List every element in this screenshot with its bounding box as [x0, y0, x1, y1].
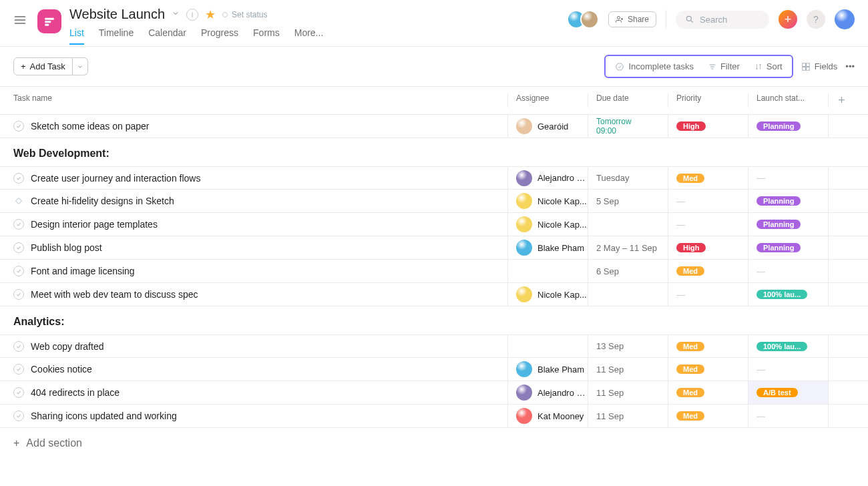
- col-launch-status[interactable]: Launch stat...: [748, 93, 828, 107]
- task-name[interactable]: Web copy drafted: [31, 341, 103, 352]
- set-status-button[interactable]: Set status: [222, 10, 267, 19]
- tab-timeline[interactable]: Timeline: [99, 27, 134, 45]
- assignee-cell[interactable]: Blake Pham: [507, 358, 588, 381]
- status-cell[interactable]: 100% lau...: [748, 283, 828, 306]
- task-row[interactable]: Sketch some ideas on paper Gearóid Tomor…: [0, 115, 868, 138]
- status-cell[interactable]: —: [748, 260, 828, 282]
- task-row[interactable]: Publish blog post Blake Pham 2 May – 11 …: [0, 236, 868, 260]
- task-complete-toggle[interactable]: [13, 364, 24, 375]
- project-icon[interactable]: [37, 9, 61, 33]
- priority-cell[interactable]: —: [668, 283, 748, 306]
- section-header[interactable]: Web Development:: [0, 138, 868, 166]
- task-name[interactable]: Sharing icons updated and working: [31, 411, 177, 421]
- tab-progress[interactable]: Progress: [201, 27, 238, 45]
- incomplete-filter[interactable]: Incomplete tasks: [615, 61, 694, 71]
- search-input[interactable]: Search: [676, 11, 769, 29]
- task-name[interactable]: Font and image licensing: [31, 266, 135, 276]
- assignee-cell[interactable]: Gearóid: [507, 115, 588, 138]
- add-task-button[interactable]: + Add Task: [13, 57, 73, 75]
- star-icon[interactable]: ★: [205, 7, 216, 22]
- status-cell[interactable]: —: [748, 405, 828, 427]
- assignee-cell[interactable]: [507, 335, 588, 357]
- task-name[interactable]: Meet with web dev team to discuss spec: [31, 289, 198, 300]
- due-date-cell[interactable]: 6 Sep: [588, 260, 668, 282]
- task-name[interactable]: Cookies notice: [31, 364, 92, 375]
- priority-cell[interactable]: Med: [668, 381, 748, 404]
- due-date-cell[interactable]: 11 Sep: [588, 358, 668, 381]
- due-date-cell[interactable]: 13 Sep: [588, 335, 668, 357]
- due-date-cell[interactable]: [588, 213, 668, 236]
- col-due-date[interactable]: Due date: [588, 93, 668, 107]
- task-complete-toggle[interactable]: [13, 387, 24, 398]
- task-complete-toggle[interactable]: [13, 242, 24, 253]
- status-cell[interactable]: —: [748, 358, 828, 381]
- status-cell[interactable]: Planning: [748, 236, 828, 259]
- fields-button[interactable]: Fields: [801, 61, 838, 71]
- assignee-cell[interactable]: Alejandro L...: [507, 381, 588, 404]
- sort-button[interactable]: Sort: [754, 61, 783, 71]
- status-cell[interactable]: —: [748, 167, 828, 189]
- task-row[interactable]: Meet with web dev team to discuss spec N…: [0, 283, 868, 306]
- assignee-cell[interactable]: Alejandro L...: [507, 167, 588, 189]
- task-row[interactable]: Create hi-fidelity designs in Sketch Nic…: [0, 190, 868, 213]
- priority-cell[interactable]: High: [668, 115, 748, 138]
- due-date-cell[interactable]: [588, 283, 668, 306]
- assignee-cell[interactable]: Kat Mooney: [507, 405, 588, 427]
- add-task-dropdown[interactable]: [73, 57, 88, 75]
- priority-cell[interactable]: Med: [668, 260, 748, 282]
- assignee-cell[interactable]: Nicole Kap...: [507, 213, 588, 236]
- task-row[interactable]: Create user journey and interaction flow…: [0, 166, 868, 190]
- task-complete-toggle[interactable]: [13, 121, 24, 132]
- status-cell[interactable]: 100% lau...: [748, 335, 828, 357]
- share-button[interactable]: Share: [608, 11, 656, 27]
- task-complete-toggle[interactable]: [13, 411, 24, 421]
- col-assignee[interactable]: Assignee: [507, 93, 588, 107]
- me-avatar[interactable]: [835, 9, 855, 29]
- priority-cell[interactable]: High: [668, 236, 748, 259]
- status-cell[interactable]: A/B test: [748, 381, 828, 404]
- task-complete-toggle[interactable]: [13, 266, 24, 276]
- status-cell[interactable]: Planning: [748, 213, 828, 236]
- members-avatars[interactable]: [567, 10, 599, 29]
- task-name[interactable]: Create hi-fidelity designs in Sketch: [31, 196, 174, 206]
- add-column-button[interactable]: +: [828, 93, 855, 107]
- chevron-down-icon[interactable]: [172, 9, 180, 19]
- task-name[interactable]: Create user journey and interaction flow…: [31, 173, 200, 184]
- priority-cell[interactable]: —: [668, 213, 748, 236]
- tab-list[interactable]: List: [69, 27, 84, 45]
- tab-more[interactable]: More...: [294, 27, 324, 45]
- task-complete-toggle[interactable]: [13, 219, 24, 230]
- task-name[interactable]: Publish blog post: [31, 242, 102, 253]
- assignee-cell[interactable]: Blake Pham: [507, 236, 588, 259]
- member-avatar[interactable]: [580, 10, 599, 29]
- task-row[interactable]: Sharing icons updated and working Kat Mo…: [0, 405, 868, 428]
- due-date-cell[interactable]: 11 Sep: [588, 405, 668, 427]
- more-button[interactable]: •••: [845, 61, 855, 71]
- help-button[interactable]: ?: [807, 10, 825, 29]
- task-row[interactable]: 404 redirects in place Alejandro L... 11…: [0, 381, 868, 405]
- task-row[interactable]: Design interior page templates Nicole Ka…: [0, 213, 868, 236]
- info-icon[interactable]: i: [186, 9, 198, 21]
- assignee-cell[interactable]: [507, 260, 588, 282]
- milestone-icon[interactable]: [13, 196, 24, 206]
- assignee-cell[interactable]: Nicole Kap...: [507, 283, 588, 306]
- hamburger-menu[interactable]: [13, 13, 27, 29]
- priority-cell[interactable]: Med: [668, 335, 748, 357]
- due-date-cell[interactable]: 11 Sep: [588, 381, 668, 404]
- col-priority[interactable]: Priority: [668, 93, 748, 107]
- status-cell[interactable]: Planning: [748, 115, 828, 138]
- status-cell[interactable]: Planning: [748, 190, 828, 212]
- global-add-button[interactable]: +: [779, 10, 797, 29]
- task-complete-toggle[interactable]: [13, 289, 24, 300]
- task-row[interactable]: Cookies notice Blake Pham 11 Sep Med —: [0, 358, 868, 381]
- tab-calendar[interactable]: Calendar: [148, 27, 186, 45]
- due-date-cell[interactable]: 5 Sep: [588, 190, 668, 212]
- task-complete-toggle[interactable]: [13, 341, 24, 352]
- priority-cell[interactable]: Med: [668, 405, 748, 427]
- project-title[interactable]: Website Launch: [69, 7, 165, 22]
- priority-cell[interactable]: Med: [668, 358, 748, 381]
- task-row[interactable]: Web copy drafted 13 Sep Med 100% lau...: [0, 334, 868, 358]
- due-date-cell[interactable]: Tomorrow 09:00: [588, 115, 668, 138]
- section-header[interactable]: Analytics:: [0, 306, 868, 334]
- col-task-name[interactable]: Task name: [13, 93, 507, 107]
